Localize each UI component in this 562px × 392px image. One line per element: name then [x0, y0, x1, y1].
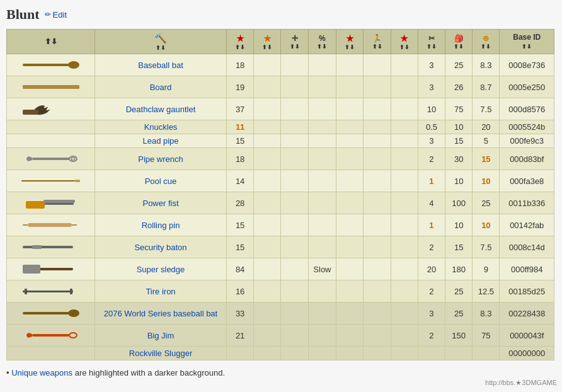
weapon-baseid: 0008c14d [500, 236, 554, 258]
weapon-name[interactable]: Knuckles [95, 120, 227, 134]
table-row: Rockville Slugger00000000 [7, 347, 554, 360]
weapon-image-cell [7, 236, 95, 258]
weapon-name[interactable]: Baseball bat [95, 54, 227, 76]
weapon-col3 [254, 280, 281, 303]
weapon-weight: 3 [418, 134, 445, 148]
weapon-col4 [281, 258, 308, 280]
weapon-col8 [391, 98, 418, 120]
hammer-icon: 🔨 [154, 32, 167, 44]
svg-rect-7 [21, 180, 75, 182]
th-col11[interactable]: ⊕ ⬆⬇ [473, 30, 500, 54]
table-row: Power fist284100250011b336 [7, 192, 554, 214]
weapon-col6 [336, 120, 364, 134]
weapon-name[interactable]: Security baton [95, 236, 227, 258]
svg-point-1 [68, 61, 79, 69]
weapon-name[interactable]: Tire iron [95, 280, 227, 303]
weapon-name[interactable]: Power fist [95, 192, 227, 214]
weapon-image-cell [7, 170, 95, 192]
weapon-value: 25 [445, 303, 473, 325]
weapon-baseid: 00228438 [500, 303, 554, 325]
weapon-value: 10 [445, 214, 473, 236]
weapon-weight: 1 [418, 170, 445, 192]
weapon-name[interactable]: Rockville Slugger [95, 347, 227, 360]
weapon-name[interactable]: Board [95, 76, 227, 98]
weapon-col8 [391, 120, 418, 134]
weapon-col8 [391, 258, 418, 280]
th-col3[interactable]: ★ ⬆⬇ [254, 30, 281, 54]
weapon-dmg: 33 [227, 303, 254, 325]
stack-icon: ⊕ [483, 34, 489, 43]
weapon-name[interactable]: Super sledge [95, 258, 227, 280]
svg-rect-12 [23, 224, 28, 226]
th-col6[interactable]: ★ ⬆⬇ [336, 30, 364, 54]
weapon-baseid: 00000000 [500, 347, 554, 360]
th-name[interactable]: 🔨 ⬆⬇ [95, 30, 227, 54]
edit-link[interactable]: ✏ Edit [45, 10, 67, 20]
weapon-misc: 7.5 [473, 98, 500, 120]
scissors-icon: ✂ [428, 34, 435, 43]
weapon-image-cell [7, 120, 95, 134]
table-row: Baseball bat183258.30008e736 [7, 54, 554, 76]
th-col10[interactable]: 🎒 ⬆⬇ [445, 30, 473, 54]
weapon-col5 [308, 54, 336, 76]
weapon-name[interactable]: Big Jim [95, 325, 227, 347]
th-col8[interactable]: ★ ⬆⬇ [391, 30, 418, 54]
weapon-col7 [364, 76, 391, 98]
th-col5[interactable]: % ⬆⬇ [308, 30, 336, 54]
person-icon: 🏃 [372, 34, 382, 43]
weapon-value: 100 [445, 192, 473, 214]
weapon-col3 [254, 325, 281, 347]
weapon-col4 [281, 120, 308, 134]
crosshair-icon: ✛ [292, 34, 298, 43]
weapon-dmg: 21 [227, 325, 254, 347]
weapon-image-cell [7, 76, 95, 98]
weapon-dmg: 16 [227, 280, 254, 303]
weapon-col7 [364, 120, 391, 134]
svg-rect-16 [32, 245, 42, 249]
weapon-dmg: 11 [227, 120, 254, 134]
weapon-col8 [391, 280, 418, 303]
weapon-name[interactable]: Deathclaw gauntlet [95, 98, 227, 120]
weapon-col8 [391, 76, 418, 98]
weapon-misc: 8.7 [473, 76, 500, 98]
weapon-col7 [364, 148, 391, 170]
note-section: • Unique weapons are highlighted with a … [6, 368, 556, 378]
weapon-weight: 2 [418, 280, 445, 303]
weapon-value [445, 347, 473, 360]
weapon-col5 [308, 303, 336, 325]
weapon-col7 [364, 214, 391, 236]
th-baseid[interactable]: Base ID ⬆⬇ [500, 30, 554, 54]
th-col4[interactable]: ✛ ⬆⬇ [281, 30, 308, 54]
weapon-col6 [336, 325, 364, 347]
th-col9[interactable]: ✂ ⬆⬇ [418, 30, 445, 54]
weapon-name[interactable]: Pipe wrench [95, 148, 227, 170]
weapon-col3 [254, 303, 281, 325]
weapon-value: 10 [445, 120, 473, 134]
weapon-baseid: 00142fab [500, 214, 554, 236]
weapon-name[interactable]: Lead pipe [95, 134, 227, 148]
weapon-col7 [364, 258, 391, 280]
th-image[interactable]: ⬆⬇ [7, 30, 95, 54]
weapon-col8 [391, 54, 418, 76]
weapon-col8 [391, 347, 418, 360]
weapon-col5 [308, 98, 336, 120]
weapon-col6 [336, 347, 364, 360]
weapon-col5 [308, 347, 336, 360]
weapon-col4 [281, 148, 308, 170]
th-col7[interactable]: 🏃 ⬆⬇ [364, 30, 391, 54]
weapon-col8 [391, 192, 418, 214]
unique-weapons-link[interactable]: Unique weapons [11, 368, 72, 378]
weapon-name[interactable]: Pool cue [95, 170, 227, 192]
weapon-weight: 3 [418, 76, 445, 98]
weapon-name[interactable]: 2076 World Series baseball bat [95, 303, 227, 325]
weapon-col6 [336, 170, 364, 192]
weapon-name[interactable]: Rolling pin [95, 214, 227, 236]
weapon-dmg: 19 [227, 76, 254, 98]
weapon-misc: 25 [473, 192, 500, 214]
th-dmg[interactable]: ★ ⬆⬇ [227, 30, 254, 54]
weapon-col6 [336, 54, 364, 76]
weapon-col4 [281, 236, 308, 258]
weapon-misc: 8.3 [473, 303, 500, 325]
weapon-baseid: 00185d25 [500, 280, 554, 303]
weapon-col4 [281, 54, 308, 76]
